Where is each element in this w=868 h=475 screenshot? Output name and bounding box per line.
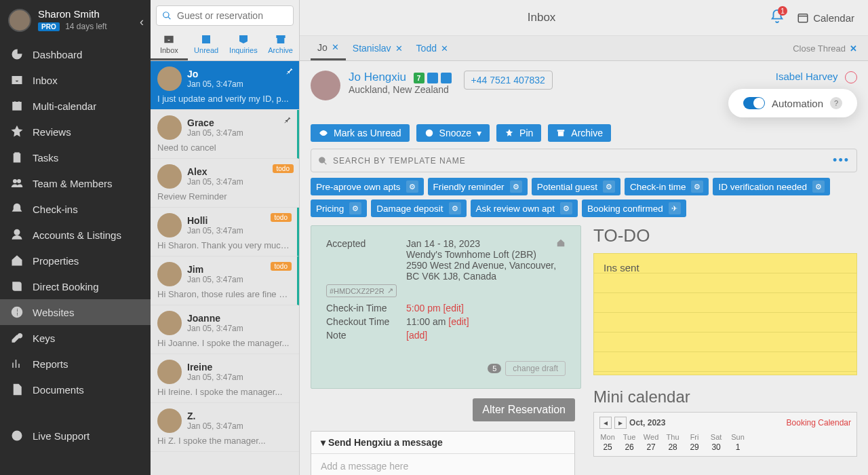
guest-name[interactable]: Jo Hengxiu <box>349 71 406 83</box>
gear-icon[interactable]: ⚙ <box>812 180 825 193</box>
thread-item[interactable]: IreineJan 05, 3:47amHi Ireine. I spoke t… <box>151 354 299 403</box>
automation-toggle[interactable]: Automation ? <box>728 89 857 117</box>
gear-icon[interactable]: ⚙ <box>449 202 461 214</box>
plane-icon[interactable]: ✈ <box>669 202 681 214</box>
sidebar-item-dashboard[interactable]: Dashboard <box>0 41 151 67</box>
sidebar-item-websites[interactable]: Websites <box>0 299 151 325</box>
sidebar-item-label: Reports <box>33 358 68 370</box>
day-cell[interactable]: 1 <box>730 442 746 452</box>
close-thread-button[interactable]: Close Thread ✕ <box>793 43 857 54</box>
mini-calendar-heading: Mini calendar <box>593 387 857 406</box>
day-cell[interactable]: 25 <box>599 442 616 452</box>
sidebar-item-check-ins[interactable]: Check-ins <box>0 196 151 222</box>
thread-avatar <box>157 311 182 335</box>
sidebar-item-keys[interactable]: Keys <box>0 325 151 351</box>
thread-tab[interactable]: Todd✕ <box>410 37 455 59</box>
inbox-tab-inquiries[interactable]: Inquiries <box>225 31 262 60</box>
book-icon <box>11 280 23 292</box>
next-month-button[interactable]: ▸ <box>614 417 627 429</box>
template-chip[interactable]: Friendly reminder⚙ <box>428 178 528 195</box>
sidebar-item-inbox[interactable]: Inbox <box>0 67 151 93</box>
change-draft-button[interactable]: change draft <box>505 361 566 376</box>
day-cell[interactable]: 28 <box>665 442 681 452</box>
sidebar-item-reviews[interactable]: Reviews <box>0 119 151 145</box>
sidebar-item-properties[interactable]: Properties <box>0 248 151 273</box>
template-chip[interactable]: Pricing⚙ <box>311 200 367 217</box>
reservation-code[interactable]: #HMDCXZ2P2R ↗ <box>326 284 397 297</box>
thread-item[interactable]: Z.Jan 05, 3:47amHi Z. I spoke the manage… <box>151 403 299 452</box>
thread-tab[interactable]: Stanislav✕ <box>346 37 410 59</box>
template-chip[interactable]: Check-in time⚙ <box>625 178 709 195</box>
more-icon[interactable]: ••• <box>833 153 850 168</box>
template-chip[interactable]: Damage deposit⚙ <box>371 200 466 217</box>
tab-icon <box>163 34 175 45</box>
day-cell[interactable]: 27 <box>643 442 659 452</box>
sidebar-item-reports[interactable]: Reports <box>0 351 151 377</box>
notifications-button[interactable]: 1 <box>770 9 785 26</box>
gear-icon[interactable]: ⚙ <box>691 180 703 193</box>
thread-item[interactable]: todoAlexJan 05, 3:47amReview Reminder <box>151 159 299 208</box>
close-icon[interactable]: ✕ <box>395 43 403 54</box>
calendar-link[interactable]: Calendar <box>797 12 854 24</box>
phone-number[interactable]: +44 7521 407832 <box>464 71 553 90</box>
template-chip[interactable]: Pre-aprove own apts⚙ <box>311 178 424 195</box>
mark-unread-button[interactable]: Mark as Unread <box>311 124 410 142</box>
gear-icon[interactable]: ⚙ <box>510 180 522 193</box>
prev-month-button[interactable]: ◂ <box>599 417 612 429</box>
thread-item[interactable]: JoanneJan 05, 3:47amHi Joanne. I spoke t… <box>151 305 299 354</box>
close-icon[interactable]: ✕ <box>441 43 448 54</box>
profile-block[interactable]: Sharon Smith PRO 14 days left ‹ <box>0 0 151 37</box>
booking-calendar-link[interactable]: Booking Calendar <box>787 418 851 428</box>
template-search-input[interactable] <box>333 156 833 166</box>
pin-button[interactable]: Pin <box>496 124 541 142</box>
calendar-icon <box>11 100 23 112</box>
gear-icon[interactable]: ⚙ <box>406 180 418 193</box>
thread-tab[interactable]: Jo✕ <box>311 37 346 60</box>
inbox-tab-archive[interactable]: Archive <box>262 31 299 60</box>
search-icon <box>162 10 172 21</box>
gear-icon[interactable]: ⚙ <box>349 202 361 214</box>
search-box[interactable] <box>156 5 294 26</box>
thread-list[interactable]: JoJan 05, 3:47amI just update and verify… <box>151 61 299 472</box>
thread-item[interactable]: JoJan 05, 3:47amI just update and verify… <box>151 61 299 110</box>
add-link[interactable]: [add] <box>406 330 427 341</box>
sidebar-item-label: Live Support <box>33 430 90 442</box>
template-chip[interactable]: ID verification needed⚙ <box>713 178 830 195</box>
todo-sticky-note[interactable]: Ins sent <box>593 253 857 375</box>
thread-item[interactable]: todoHolliJan 05, 3:47amHi Sharon. Thank … <box>151 208 299 256</box>
chevron-left-icon[interactable]: ‹ <box>140 15 144 29</box>
sidebar-item-documents[interactable]: Documents <box>0 377 151 402</box>
sidebar-item-direct-booking[interactable]: Direct Booking <box>0 273 151 299</box>
sidebar-item-multi-calendar[interactable]: Multi-calendar <box>0 93 151 119</box>
thread-name: Grace <box>187 117 243 128</box>
thread-item[interactable]: todoJimJan 05, 3:47amHi Sharon, those ru… <box>151 256 299 305</box>
gear-icon[interactable]: ⚙ <box>603 180 615 193</box>
close-icon[interactable]: ✕ <box>332 42 339 52</box>
thread-avatar <box>157 66 182 91</box>
owner-link[interactable]: Isabel Harvey <box>776 71 838 82</box>
gear-icon[interactable]: ⚙ <box>560 202 572 214</box>
sidebar-item-tasks[interactable]: Tasks <box>0 145 151 170</box>
sidebar-item-live-support[interactable]: Live Support <box>0 423 151 449</box>
search-input[interactable] <box>177 10 288 21</box>
sidebar-item-team-members[interactable]: Team & Members <box>0 170 151 196</box>
action-label: Snooze <box>439 128 471 138</box>
message-input[interactable]: Add a message here <box>311 454 574 475</box>
archive-button[interactable]: Archive <box>548 124 611 142</box>
day-cell[interactable]: 29 <box>686 442 703 452</box>
template-chip[interactable]: Potential guest⚙ <box>532 178 620 195</box>
template-chip[interactable]: Ask review own apt⚙ <box>471 200 578 217</box>
help-icon[interactable]: ? <box>830 97 842 109</box>
snooze-button[interactable]: Snooze ▾ <box>416 124 490 142</box>
edit-link[interactable]: [edit] <box>443 303 463 314</box>
day-cell[interactable]: 30 <box>708 442 724 452</box>
inbox-tab-unread[interactable]: Unread <box>188 31 225 60</box>
alter-reservation-button[interactable]: Alter Reservation <box>473 398 575 421</box>
inbox-tab-inbox[interactable]: Inbox <box>151 31 188 60</box>
day-cell[interactable]: 26 <box>621 442 637 452</box>
thread-item[interactable]: GraceJan 05, 3:47amNeed to cancel <box>151 110 299 159</box>
edit-link[interactable]: [edit] <box>448 316 469 327</box>
automation-label: Automation <box>772 98 823 109</box>
sidebar-item-accounts-listings[interactable]: Accounts & Listings <box>0 222 151 248</box>
template-chip[interactable]: Booking confirmed✈ <box>582 200 686 217</box>
